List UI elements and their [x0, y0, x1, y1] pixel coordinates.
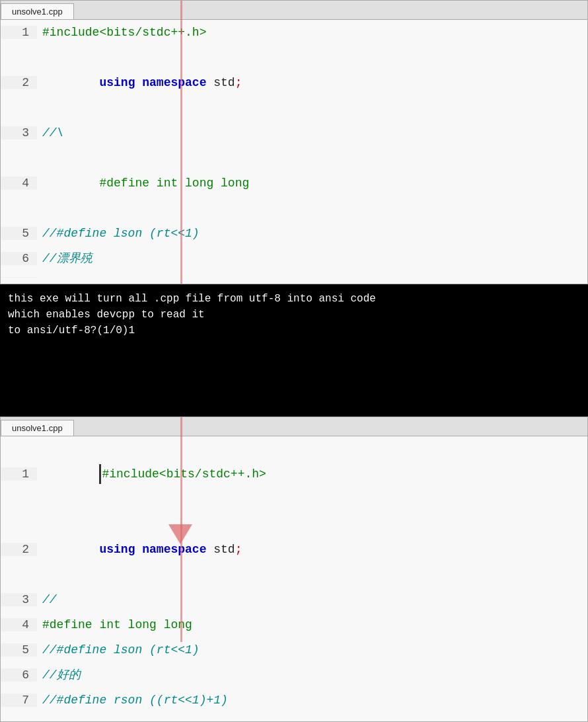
line-content: //好的: [37, 662, 81, 688]
table-row: 2 using namespace std;: [1, 45, 587, 120]
line-number: 1: [1, 26, 37, 39]
bottom-code-area: 1 #include<bits/stdc++.h> 2 using namesp…: [1, 436, 587, 714]
table-row: 1 #include<bits/stdc++.h>: [1, 20, 587, 45]
top-tab[interactable]: unsolve1.cpp: [1, 3, 74, 19]
terminal-line-1: this exe will turn all .cpp file from ut…: [8, 291, 580, 307]
bottom-tab-bar: unsolve1.cpp: [1, 417, 587, 436]
top-tab-bar: unsolve1.cpp: [1, 1, 587, 20]
line-content: #define int long long: [37, 612, 192, 637]
line-number: 6: [1, 252, 37, 265]
line-content: //漂界殑: [37, 246, 92, 271]
line-content: //#define mid ((l+r)>>1): [37, 713, 213, 714]
line-number: 2: [1, 543, 37, 556]
line-number: 5: [1, 643, 37, 657]
table-row: 1 #include<bits/stdc++.h>: [1, 436, 587, 512]
line-content: using namespace std;: [37, 45, 242, 120]
top-editor-panel: unsolve1.cpp 1 #include<bits/stdc++.h> 2…: [0, 0, 588, 284]
line-content: #define int long long: [37, 145, 249, 221]
line-number: 3: [1, 126, 37, 140]
table-row: 2 using namespace std;: [1, 512, 587, 587]
bottom-tab[interactable]: unsolve1.cpp: [1, 420, 74, 436]
terminal-line-3: to ansi/utf-8?(1/0)1: [8, 323, 580, 339]
bottom-editor-panel: unsolve1.cpp 1 #include<bits/stdc++.h> 2…: [0, 417, 588, 722]
line-number: 1: [1, 467, 37, 481]
table-row: 6 //漂界殑: [1, 246, 587, 271]
top-code-area: 1 #include<bits/stdc++.h> 2 using namesp…: [1, 20, 587, 278]
line-content: //#define lson (rt<<1): [37, 637, 200, 662]
table-row: 8 //#define mid ((l+r)>>1): [1, 713, 587, 714]
table-row: 7 //#define rson ((rt<<1)+1): [1, 688, 587, 713]
table-row: 3 //\: [1, 120, 587, 145]
line-content: //#define lson (rt<<1): [37, 221, 200, 246]
line-number: 7: [1, 277, 37, 278]
line-number: 5: [1, 227, 37, 240]
line-content: //#define rson ((rt<<1)+1): [37, 688, 228, 713]
line-number: 2: [1, 76, 37, 89]
line-content: //: [37, 587, 57, 612]
line-content: //\: [37, 120, 63, 145]
line-number: 7: [1, 694, 37, 707]
table-row: 6 //好的: [1, 662, 587, 688]
line-content: #include<bits/stdc++.h>: [37, 436, 266, 512]
table-row: 7 //#define rson ((rt<<1)+1): [1, 271, 587, 278]
line-content: #include<bits/stdc++.h>: [37, 20, 206, 45]
table-row: 5 //#define lson (rt<<1): [1, 221, 587, 246]
line-content: using namespace std;: [37, 512, 242, 587]
table-row: 3 //: [1, 587, 587, 612]
terminal-line-2: which enables devcpp to read it: [8, 307, 580, 323]
table-row: 4 #define int long long: [1, 612, 587, 637]
line-number: 4: [1, 177, 37, 190]
line-number: 3: [1, 593, 37, 606]
terminal-panel: this exe will turn all .cpp file from ut…: [0, 284, 588, 417]
line-number: 6: [1, 668, 37, 682]
table-row: 5 //#define lson (rt<<1): [1, 637, 587, 662]
line-content: //#define rson ((rt<<1)+1): [37, 271, 228, 278]
table-row: 4 #define int long long: [1, 145, 587, 221]
line-number: 4: [1, 618, 37, 631]
